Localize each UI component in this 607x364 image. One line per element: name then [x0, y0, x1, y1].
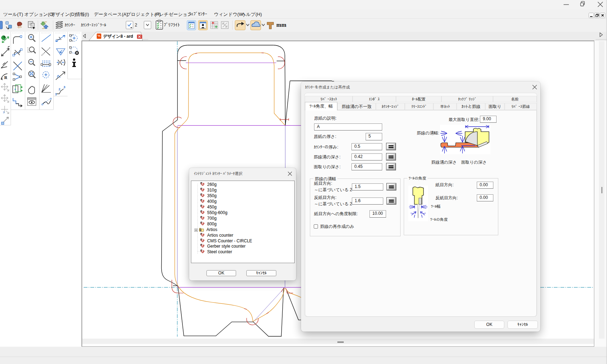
- svg-text:2: 2: [59, 87, 60, 91]
- svg-text:R: R: [4, 75, 7, 80]
- svg-text:3: 3: [64, 85, 65, 89]
- svg-text:1: 1: [55, 92, 57, 96]
- svg-text:3: 3: [3, 111, 5, 114]
